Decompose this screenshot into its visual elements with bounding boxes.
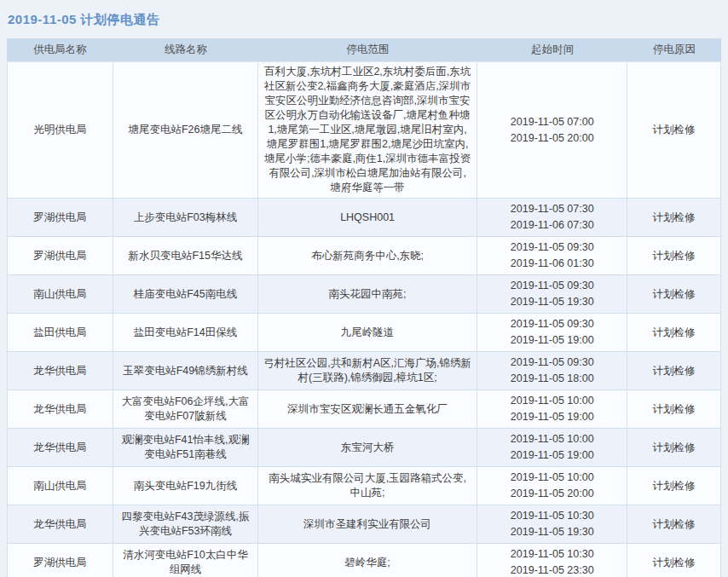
cell-range: 南头花园中南苑;	[258, 275, 477, 313]
table-row: 南山供电局 桂庙变电站F45南电线 南头花园中南苑; 2019-11-05 09…	[7, 275, 721, 314]
cell-line: 清水河变电站F10太白中华组网线	[113, 544, 258, 577]
cell-range: 弓村社区公园,共和新村A区,汇海广场,锦绣新村(三联路),锦绣御园,樟坑1区;	[258, 352, 477, 389]
cell-line: 四黎变电站F43茂绿源线,振兴变电站F53环南线	[113, 505, 258, 543]
end-time: 2019-11-06 07:30	[511, 217, 594, 234]
cell-line: 观澜变电站F41怡丰线,观澜变电站F51南巷线	[113, 429, 258, 466]
cell-bureau: 光明供电局	[7, 62, 113, 198]
cell-time: 2019-11-05 10:00 2019-11-05 19:00	[477, 429, 627, 466]
cell-line: 大富变电站F06企坪线,大富变电站F07陂新线	[113, 390, 258, 428]
cell-line: 南头变电站F19九街线	[113, 467, 258, 505]
end-time: 2019-11-05 19:30	[511, 294, 594, 310]
outage-notice-page: 2019-11-05 计划停电通告 供电局名称 线路名称 停电范围 起始时间 停…	[0, 0, 728, 577]
column-header-line: 线路名称	[113, 43, 258, 57]
cell-reason: 计划检修	[627, 390, 721, 428]
start-time: 2019-11-05 10:00	[511, 431, 594, 447]
table-row: 龙华供电局 四黎变电站F43茂绿源线,振兴变电站F53环南线 深圳市圣建利实业有…	[7, 505, 721, 544]
cell-range: LHQSH001	[258, 199, 477, 236]
cell-reason: 计划检修	[627, 62, 721, 198]
cell-bureau: 南山供电局	[7, 275, 113, 313]
table-header-row: 供电局名称 线路名称 停电范围 起始时间 停电原因	[7, 38, 721, 61]
cell-reason: 计划检修	[627, 505, 721, 543]
end-time: 2019-11-05 20:00	[511, 130, 594, 147]
cell-bureau: 龙华供电局	[7, 429, 113, 466]
cell-reason: 计划检修	[627, 467, 721, 505]
table-row: 光明供电局 塘尾变电站F26塘尾二线 百利大厦,东坑村工业区2,东坑村委后面,东…	[7, 62, 721, 199]
outage-table: 供电局名称 线路名称 停电范围 起始时间 停电原因 光明供电局 塘尾变电站F26…	[7, 38, 721, 577]
cell-time: 2019-11-05 09:30 2019-11-05 18:00	[477, 352, 627, 389]
cell-time: 2019-11-05 10:00 2019-11-05 19:00	[477, 390, 627, 428]
cell-time: 2019-11-05 10:30 2019-11-05 19:30	[477, 505, 627, 543]
cell-time: 2019-11-05 10:30 2019-11-05 23:30	[477, 544, 627, 577]
cell-range: 布心新苑商务中心,东晓;	[258, 237, 477, 274]
start-time: 2019-11-05 09:30	[511, 316, 594, 332]
cell-line: 上步变电站F03梅林线	[113, 199, 258, 236]
column-header-range: 停电范围	[258, 43, 477, 57]
page-title: 2019-11-05 计划停电通告	[0, 0, 728, 38]
cell-reason: 计划检修	[627, 544, 721, 577]
start-time: 2019-11-05 07:30	[511, 201, 594, 217]
column-header-time: 起始时间	[477, 43, 627, 57]
cell-bureau: 盐田供电局	[7, 314, 113, 351]
end-time: 2019-11-05 19:30	[511, 524, 594, 540]
cell-time: 2019-11-05 09:30 2019-11-06 01:30	[477, 237, 627, 274]
cell-bureau: 罗湖供电局	[7, 544, 113, 577]
end-time: 2019-11-05 20:00	[511, 486, 594, 502]
start-time: 2019-11-05 09:30	[511, 355, 594, 371]
cell-bureau: 罗湖供电局	[7, 237, 113, 274]
cell-range: 九尾岭隧道	[258, 314, 477, 351]
table-row: 罗湖供电局 上步变电站F03梅林线 LHQSH001 2019-11-05 07…	[7, 199, 721, 237]
end-time: 2019-11-05 23:30	[511, 563, 594, 577]
table-body: 光明供电局 塘尾变电站F26塘尾二线 百利大厦,东坑村工业区2,东坑村委后面,东…	[7, 61, 721, 577]
cell-reason: 计划检修	[627, 314, 721, 351]
cell-reason: 计划检修	[627, 199, 721, 236]
start-time: 2019-11-05 09:30	[511, 239, 594, 256]
cell-reason: 计划检修	[627, 275, 721, 313]
end-time: 2019-11-05 19:00	[511, 332, 594, 349]
cell-reason: 计划检修	[627, 429, 721, 466]
cell-range: 南头城实业有限公司大厦,玉园路箱式公变,中山苑;	[258, 467, 477, 505]
start-time: 2019-11-05 10:30	[511, 508, 594, 524]
start-time: 2019-11-05 09:30	[511, 278, 594, 294]
cell-range: 东宝河大桥	[258, 429, 477, 466]
end-time: 2019-11-05 18:00	[511, 371, 594, 387]
cell-time: 2019-11-05 07:30 2019-11-06 07:30	[477, 199, 627, 236]
cell-line: 盐田变电站F14田保线	[113, 314, 258, 351]
end-time: 2019-11-05 19:00	[511, 409, 594, 425]
start-time: 2019-11-05 10:00	[511, 470, 594, 486]
cell-bureau: 龙华供电局	[7, 505, 113, 543]
cell-range: 深圳市圣建利实业有限公司	[258, 505, 477, 543]
cell-bureau: 罗湖供电局	[7, 199, 113, 236]
end-time: 2019-11-06 01:30	[511, 256, 594, 272]
cell-line: 塘尾变电站F26塘尾二线	[113, 62, 258, 198]
cell-bureau: 龙华供电局	[7, 390, 113, 428]
table-row: 南山供电局 南头变电站F19九街线 南头城实业有限公司大厦,玉园路箱式公变,中山…	[7, 467, 721, 505]
start-time: 2019-11-05 10:00	[511, 393, 594, 409]
table-row: 罗湖供电局 清水河变电站F10太白中华组网线 碧岭华庭; 2019-11-05 …	[7, 544, 721, 577]
cell-line: 新水贝变电站F15华达线	[113, 237, 258, 274]
start-time: 2019-11-05 07:00	[511, 114, 594, 130]
cell-reason: 计划检修	[627, 352, 721, 389]
cell-reason: 计划检修	[627, 237, 721, 274]
column-header-reason: 停电原因	[627, 43, 721, 57]
cell-time: 2019-11-05 10:00 2019-11-05 20:00	[477, 467, 627, 505]
cell-bureau: 龙华供电局	[7, 352, 113, 389]
start-time: 2019-11-05 10:30	[511, 546, 594, 563]
cell-bureau: 南山供电局	[7, 467, 113, 505]
cell-range: 百利大厦,东坑村工业区2,东坑村委后面,东坑社区新公变2,福鑫商务大厦,豪庭酒店…	[258, 62, 477, 198]
cell-line: 桂庙变电站F45南电线	[113, 275, 258, 313]
table-row: 龙华供电局 观澜变电站F41怡丰线,观澜变电站F51南巷线 东宝河大桥 2019…	[7, 429, 721, 467]
cell-time: 2019-11-05 07:00 2019-11-05 20:00	[477, 62, 627, 198]
cell-time: 2019-11-05 09:30 2019-11-05 19:30	[477, 275, 627, 313]
table-row: 盐田供电局 盐田变电站F14田保线 九尾岭隧道 2019-11-05 09:30…	[7, 314, 721, 352]
column-header-bureau: 供电局名称	[7, 43, 113, 57]
cell-line: 玉翠变电站F49锦绣新村线	[113, 352, 258, 389]
cell-range: 碧岭华庭;	[258, 544, 477, 577]
cell-range: 深圳市宝安区观澜长通五金氧化厂	[258, 390, 477, 428]
end-time: 2019-11-05 19:00	[511, 447, 594, 464]
cell-time: 2019-11-05 09:30 2019-11-05 19:00	[477, 314, 627, 351]
table-row: 龙华供电局 大富变电站F06企坪线,大富变电站F07陂新线 深圳市宝安区观澜长通…	[7, 390, 721, 429]
table-row: 龙华供电局 玉翠变电站F49锦绣新村线 弓村社区公园,共和新村A区,汇海广场,锦…	[7, 352, 721, 390]
table-row: 罗湖供电局 新水贝变电站F15华达线 布心新苑商务中心,东晓; 2019-11-…	[7, 237, 721, 275]
